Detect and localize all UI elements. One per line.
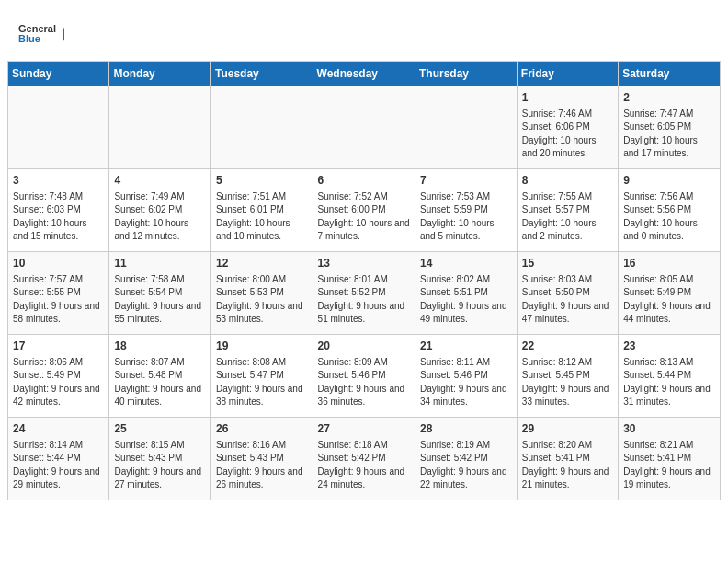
day-number: 16 — [623, 256, 715, 271]
day-info: Sunrise: 7:47 AM Sunset: 6:05 PM Dayligh… — [623, 108, 715, 161]
calendar-cell: 16Sunrise: 8:05 AM Sunset: 5:49 PM Dayli… — [619, 252, 721, 335]
logo: General Blue — [18, 15, 64, 53]
calendar-cell — [210, 86, 313, 169]
calendar-cell: 28Sunrise: 8:19 AM Sunset: 5:42 PM Dayli… — [415, 418, 517, 500]
day-number: 19 — [216, 339, 308, 354]
day-info: Sunrise: 8:21 AM Sunset: 5:41 PM Dayligh… — [623, 439, 715, 492]
day-number: 5 — [216, 173, 308, 189]
day-info: Sunrise: 8:02 AM Sunset: 5:51 PM Dayligh… — [420, 273, 512, 327]
calendar-cell: 17Sunrise: 8:06 AM Sunset: 5:49 PM Dayli… — [8, 335, 109, 418]
day-number: 8 — [522, 173, 613, 189]
calendar-cell: 15Sunrise: 8:03 AM Sunset: 5:50 PM Dayli… — [517, 252, 618, 335]
calendar-cell — [8, 86, 109, 169]
day-info: Sunrise: 8:00 AM Sunset: 5:53 PM Dayligh… — [216, 273, 308, 327]
day-info: Sunrise: 8:15 AM Sunset: 5:43 PM Dayligh… — [114, 439, 206, 492]
weekday-header-saturday: Saturday — [619, 62, 721, 86]
day-number: 13 — [318, 256, 410, 271]
calendar-cell: 12Sunrise: 8:00 AM Sunset: 5:53 PM Dayli… — [210, 252, 313, 335]
day-info: Sunrise: 8:11 AM Sunset: 5:46 PM Dayligh… — [420, 356, 512, 409]
calendar-cell — [415, 86, 517, 169]
day-number: 12 — [216, 256, 308, 271]
calendar-cell: 2Sunrise: 7:47 AM Sunset: 6:05 PM Daylig… — [619, 86, 721, 169]
calendar-cell: 27Sunrise: 8:18 AM Sunset: 5:42 PM Dayli… — [313, 418, 415, 500]
page-header: General Blue — [0, 0, 728, 61]
day-number: 24 — [13, 421, 104, 437]
weekday-header-friday: Friday — [517, 62, 618, 86]
day-number: 20 — [318, 339, 410, 354]
day-info: Sunrise: 7:55 AM Sunset: 5:57 PM Dayligh… — [522, 190, 613, 244]
calendar-cell: 7Sunrise: 7:53 AM Sunset: 5:59 PM Daylig… — [415, 169, 517, 252]
day-info: Sunrise: 8:20 AM Sunset: 5:41 PM Dayligh… — [522, 439, 613, 492]
day-number: 26 — [216, 421, 308, 437]
calendar-cell: 8Sunrise: 7:55 AM Sunset: 5:57 PM Daylig… — [517, 169, 618, 252]
day-number: 7 — [420, 173, 512, 189]
day-number: 18 — [114, 339, 206, 354]
day-info: Sunrise: 8:12 AM Sunset: 5:45 PM Dayligh… — [522, 356, 613, 409]
day-info: Sunrise: 8:01 AM Sunset: 5:52 PM Dayligh… — [318, 273, 410, 327]
calendar-table: SundayMondayTuesdayWednesdayThursdayFrid… — [7, 61, 721, 500]
calendar-cell: 22Sunrise: 8:12 AM Sunset: 5:45 PM Dayli… — [517, 335, 618, 418]
day-number: 27 — [318, 421, 410, 437]
day-number: 22 — [522, 339, 613, 354]
calendar-cell: 1Sunrise: 7:46 AM Sunset: 6:06 PM Daylig… — [517, 86, 618, 169]
day-number: 15 — [522, 256, 613, 271]
calendar-cell: 18Sunrise: 8:07 AM Sunset: 5:48 PM Dayli… — [109, 335, 211, 418]
svg-text:Blue: Blue — [18, 33, 40, 44]
day-number: 30 — [623, 421, 715, 437]
week-row-1: 1Sunrise: 7:46 AM Sunset: 6:06 PM Daylig… — [8, 86, 721, 169]
day-number: 10 — [13, 256, 104, 271]
day-info: Sunrise: 8:07 AM Sunset: 5:48 PM Dayligh… — [114, 356, 206, 409]
day-number: 23 — [623, 339, 715, 354]
week-row-2: 3Sunrise: 7:48 AM Sunset: 6:03 PM Daylig… — [8, 169, 721, 252]
day-info: Sunrise: 7:51 AM Sunset: 6:01 PM Dayligh… — [216, 190, 308, 244]
calendar-cell: 10Sunrise: 7:57 AM Sunset: 5:55 PM Dayli… — [8, 252, 109, 335]
day-number: 25 — [114, 421, 206, 437]
week-row-3: 10Sunrise: 7:57 AM Sunset: 5:55 PM Dayli… — [8, 252, 721, 335]
day-info: Sunrise: 8:03 AM Sunset: 5:50 PM Dayligh… — [522, 273, 613, 327]
day-info: Sunrise: 7:49 AM Sunset: 6:02 PM Dayligh… — [114, 190, 206, 244]
day-number: 11 — [114, 256, 206, 271]
svg-text:General: General — [18, 23, 56, 34]
day-number: 29 — [522, 421, 613, 437]
day-info: Sunrise: 7:56 AM Sunset: 5:56 PM Dayligh… — [623, 190, 715, 244]
logo-svg: General Blue — [18, 15, 64, 53]
day-info: Sunrise: 7:57 AM Sunset: 5:55 PM Dayligh… — [13, 273, 104, 327]
day-info: Sunrise: 8:08 AM Sunset: 5:47 PM Dayligh… — [216, 356, 308, 409]
calendar-cell: 3Sunrise: 7:48 AM Sunset: 6:03 PM Daylig… — [8, 169, 109, 252]
calendar-cell: 14Sunrise: 8:02 AM Sunset: 5:51 PM Dayli… — [415, 252, 517, 335]
calendar-cell: 5Sunrise: 7:51 AM Sunset: 6:01 PM Daylig… — [210, 169, 313, 252]
day-info: Sunrise: 8:05 AM Sunset: 5:49 PM Dayligh… — [623, 273, 715, 327]
calendar-cell: 6Sunrise: 7:52 AM Sunset: 6:00 PM Daylig… — [313, 169, 415, 252]
calendar-cell — [109, 86, 211, 169]
calendar-cell: 29Sunrise: 8:20 AM Sunset: 5:41 PM Dayli… — [517, 418, 618, 500]
day-info: Sunrise: 8:14 AM Sunset: 5:44 PM Dayligh… — [13, 439, 104, 492]
calendar-cell: 21Sunrise: 8:11 AM Sunset: 5:46 PM Dayli… — [415, 335, 517, 418]
day-number: 21 — [420, 339, 512, 354]
day-info: Sunrise: 7:53 AM Sunset: 5:59 PM Dayligh… — [420, 190, 512, 244]
week-row-4: 17Sunrise: 8:06 AM Sunset: 5:49 PM Dayli… — [8, 335, 721, 418]
day-number: 6 — [318, 173, 410, 189]
day-info: Sunrise: 8:13 AM Sunset: 5:44 PM Dayligh… — [623, 356, 715, 409]
calendar-cell: 23Sunrise: 8:13 AM Sunset: 5:44 PM Dayli… — [619, 335, 721, 418]
weekday-header-tuesday: Tuesday — [210, 62, 313, 86]
week-row-5: 24Sunrise: 8:14 AM Sunset: 5:44 PM Dayli… — [8, 418, 721, 500]
day-number: 17 — [13, 339, 104, 354]
calendar-cell: 25Sunrise: 8:15 AM Sunset: 5:43 PM Dayli… — [109, 418, 211, 500]
day-number: 14 — [420, 256, 512, 271]
day-info: Sunrise: 7:52 AM Sunset: 6:00 PM Dayligh… — [318, 190, 410, 244]
calendar-cell: 26Sunrise: 8:16 AM Sunset: 5:43 PM Dayli… — [210, 418, 313, 500]
calendar-cell: 20Sunrise: 8:09 AM Sunset: 5:46 PM Dayli… — [313, 335, 415, 418]
day-info: Sunrise: 8:18 AM Sunset: 5:42 PM Dayligh… — [318, 439, 410, 492]
calendar-cell: 24Sunrise: 8:14 AM Sunset: 5:44 PM Dayli… — [8, 418, 109, 500]
calendar-cell: 19Sunrise: 8:08 AM Sunset: 5:47 PM Dayli… — [210, 335, 313, 418]
day-number: 1 — [522, 90, 613, 106]
weekday-header-wednesday: Wednesday — [313, 62, 415, 86]
weekday-header-sunday: Sunday — [8, 62, 109, 86]
day-number: 3 — [13, 173, 104, 189]
calendar-cell: 30Sunrise: 8:21 AM Sunset: 5:41 PM Dayli… — [619, 418, 721, 500]
day-info: Sunrise: 8:06 AM Sunset: 5:49 PM Dayligh… — [13, 356, 104, 409]
weekday-header-row: SundayMondayTuesdayWednesdayThursdayFrid… — [8, 62, 721, 86]
day-number: 28 — [420, 421, 512, 437]
calendar-cell: 9Sunrise: 7:56 AM Sunset: 5:56 PM Daylig… — [619, 169, 721, 252]
day-info: Sunrise: 7:58 AM Sunset: 5:54 PM Dayligh… — [114, 273, 206, 327]
